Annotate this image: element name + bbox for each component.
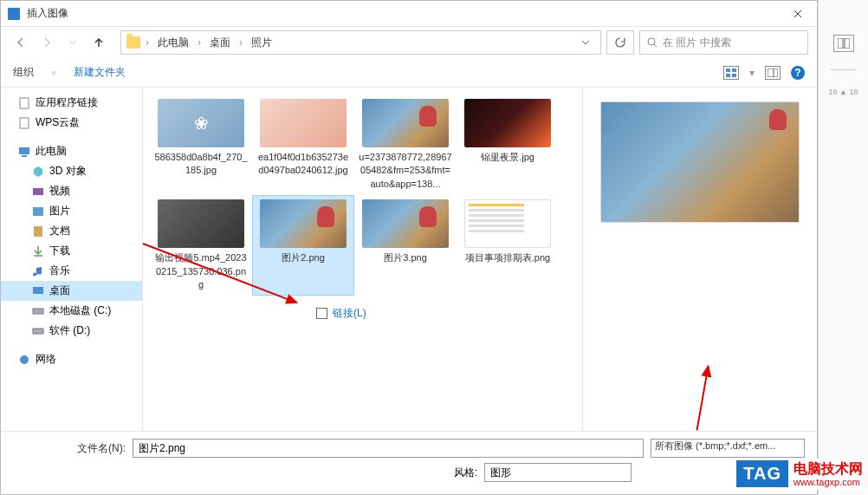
search-placeholder: 在 照片 中搜索 [663,36,731,50]
sidebar-item-label: 软件 (D:) [49,323,90,338]
style-select[interactable] [484,463,632,482]
dialog-title: 插入图像 [27,6,779,21]
svg-point-0 [648,38,655,45]
sidebar-item-6[interactable]: 文档 [1,221,142,241]
sidebar-item-label: 3D 对象 [49,164,87,179]
file-name: 586358d0a8b4f_270_185.jpg [154,151,248,178]
view-mode-button[interactable] [723,66,739,80]
help-button[interactable]: ? [791,66,805,80]
style-label: 风格: [454,466,477,480]
file-item[interactable]: ea1f04f0d1b635273ed0497ba0240612.jpg [252,94,354,195]
filetype-select[interactable]: 所有图像 (*.bmp;*.dxf;*.em... [651,439,805,458]
close-button[interactable] [779,1,817,27]
file-name: 图片3.png [384,251,427,264]
file-name: u=2373878772,2896705482&fm=253&fmt=auto&… [359,151,452,191]
filename-input[interactable] [133,439,644,458]
dl-icon [32,245,44,257]
sidebar-item-5[interactable]: 图片 [1,201,142,221]
link-checkbox-row: 链接(L) [143,303,582,324]
sidebar-item-2[interactable]: 此电脑 [1,141,142,161]
svg-rect-18 [838,38,843,49]
right-toolbar: 16 ▲ 18 [818,0,868,495]
svg-rect-4 [732,74,736,77]
file-item[interactable]: 图片2.png [252,195,354,296]
sidebar-item-label: 文档 [49,224,70,238]
file-name: ea1f04f0d1b635273ed0497ba0240612.jpg [256,151,350,178]
sidebar-item-label: 本地磁盘 (C:) [49,303,111,318]
sidebar-item-1[interactable]: WPS云盘 [1,113,142,133]
new-folder-button[interactable]: 新建文件夹 [74,65,126,80]
file-item[interactable]: 项目事项排期表.png [457,195,559,296]
sidebar-item-label: 图片 [49,204,70,218]
file-item[interactable]: 图片3.png [354,195,457,296]
sidebar-item-12[interactable]: 网络 [1,349,142,369]
file-item[interactable]: 586358d0a8b4f_270_185.jpg [150,94,252,195]
file-grid[interactable]: 586358d0a8b4f_270_185.jpgea1f04f0d1b6352… [143,88,583,431]
organize-button[interactable]: 组织 [13,65,34,80]
panel-icon[interactable] [833,35,854,52]
address-bar[interactable]: › 此电脑 › 桌面 › 照片 [120,30,601,55]
svg-rect-13 [34,226,42,237]
link-label[interactable]: 链接(L) [333,306,366,321]
sidebar-item-0[interactable]: 应用程序链接 [1,93,142,113]
sidebar-item-9[interactable]: 桌面 [1,281,142,301]
file-name: 锦里夜景.jpg [481,151,534,164]
file-name: 项目事项排期表.png [465,251,550,264]
breadcrumb[interactable]: 照片 [248,34,275,52]
file-thumbnail [158,199,244,248]
sidebar-item-label: 桌面 [49,283,70,298]
breadcrumb[interactable]: 此电脑 [154,34,192,52]
titlebar: 插入图像 [1,1,817,27]
sidebar-item-3[interactable]: 3D 对象 [1,161,142,181]
file-thumbnail [158,99,244,147]
file-name: 输出视频5.mp4_20230215_135730.036.png [154,251,248,291]
svg-rect-8 [20,118,29,128]
svg-rect-19 [845,38,850,49]
breadcrumb[interactable]: 桌面 [206,34,234,52]
up-button[interactable] [87,31,110,54]
file-thumbnail [362,199,449,248]
folder-icon [126,36,140,49]
svg-rect-12 [33,207,43,216]
body-area: 应用程序链接WPS云盘此电脑3D 对象视频图片文档下载音乐桌面本地磁盘 (C:)… [1,88,817,431]
sidebar-item-label: 网络 [36,352,56,367]
svg-rect-14 [33,287,43,294]
link-checkbox[interactable] [316,308,327,319]
app-icon [8,8,20,20]
crumb-sep-icon: › [198,36,201,49]
refresh-button[interactable] [606,30,634,55]
desktop-icon [32,285,44,297]
sidebar-item-10[interactable]: 本地磁盘 (C:) [1,301,142,321]
forward-button[interactable] [36,31,58,54]
search-input[interactable]: 在 照片 中搜索 [639,30,808,55]
recent-dropdown[interactable] [62,31,84,54]
watermark-badge: TAG [736,460,788,487]
music-icon [32,265,44,277]
separator: ▾ [51,67,56,79]
watermark-title: 电脑技术网 [794,460,863,477]
bottom-area: 文件名(N): 所有图像 (*.bmp;*.dxf;*.em... 风格: [1,431,817,494]
svg-rect-11 [33,188,43,195]
pc-icon [18,146,30,158]
sidebar-item-11[interactable]: 软件 (D:) [1,321,142,341]
svg-rect-2 [732,68,736,72]
sidebar-item-8[interactable]: 音乐 [1,261,142,281]
file-item[interactable]: u=2373878772,2896705482&fm=253&fmt=auto&… [354,94,457,195]
svg-rect-3 [726,74,730,77]
sidebar-item-4[interactable]: 视频 [1,181,142,201]
video-icon [32,186,44,198]
back-button[interactable] [10,31,32,54]
sidebar-item-7[interactable]: 下载 [1,241,142,261]
view-dropdown-icon[interactable]: ▾ [749,67,755,79]
disk-icon [32,305,44,317]
sidebar-item-label: 此电脑 [36,144,67,159]
sidebar-item-label: 音乐 [49,264,70,278]
file-item[interactable]: 锦里夜景.jpg [457,94,559,195]
address-dropdown-icon[interactable] [576,40,595,45]
file-thumbnail [464,99,551,147]
file-thumbnail [464,199,551,248]
svg-rect-15 [33,309,43,314]
svg-rect-5 [768,68,778,77]
file-dialog: 插入图像 › 此电脑 › 桌面 › 照片 在 照片 中搜索 组织 ▾ 新建文件夹 [0,0,818,495]
preview-pane-button[interactable] [765,66,781,80]
